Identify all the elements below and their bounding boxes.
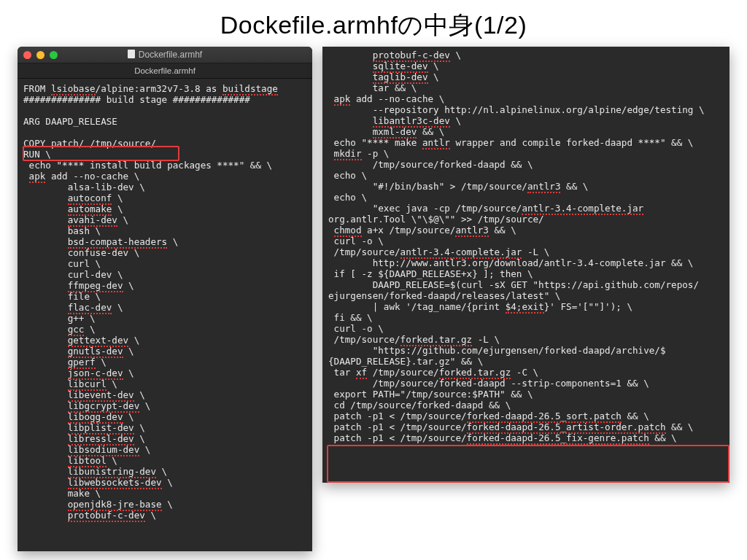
tab-bar[interactable]: Dockerfile.armhf xyxy=(18,63,312,79)
document-icon xyxy=(128,50,135,58)
code-area-left[interactable]: FROM lsiobase/alpine:arm32v7-3.8 as buil… xyxy=(18,79,312,525)
slide-title: Dockefile.armhfの中身(1/2) xyxy=(0,9,747,42)
editor-window-left: Dockerfile.armhf Dockerfile.armhf FROM l… xyxy=(18,47,312,551)
titlebar: Dockerfile.armhf xyxy=(18,47,312,63)
editor-window-right: protobuf-c-dev \ sqlite-dev \ taglib-dev… xyxy=(322,47,729,483)
code-area-right[interactable]: protobuf-c-dev \ sqlite-dev \ taglib-dev… xyxy=(322,47,729,448)
window-title: Dockerfile.armhf xyxy=(18,50,312,60)
zoom-icon[interactable] xyxy=(50,51,58,59)
minimize-icon[interactable] xyxy=(36,51,44,59)
close-icon[interactable] xyxy=(23,51,31,59)
